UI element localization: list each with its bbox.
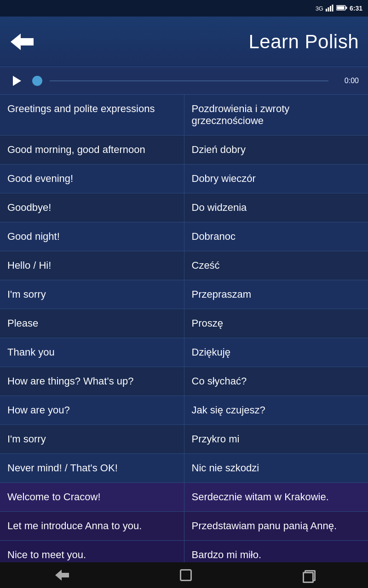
english-phrase: Thank you [0, 338, 184, 367]
table-row[interactable]: Hello / Hi!Cześć [0, 251, 368, 280]
english-phrase: I'm sorry [0, 280, 184, 309]
table-row[interactable]: I'm sorryPrzykro mi [0, 425, 368, 454]
polish-phrase: Pozdrowienia i zwroty grzecznościowe [184, 95, 368, 136]
play-button[interactable] [9, 73, 25, 89]
polish-phrase: Dobranoc [184, 222, 368, 251]
progress-handle[interactable] [32, 76, 42, 86]
status-bar: 3G 6:31 [0, 0, 368, 17]
svg-rect-1 [328, 7, 329, 11]
table-row[interactable]: How are things? What's up?Co słychać? [0, 367, 368, 396]
nav-back-button[interactable] [37, 565, 87, 585]
polish-phrase: Bardzo mi miło. [184, 541, 368, 563]
home-icon [180, 569, 192, 581]
polish-phrase: Jak się czujesz? [184, 396, 368, 425]
polish-phrase: Dobry wieczór [184, 164, 368, 193]
signal-bars [326, 4, 334, 13]
table-row[interactable]: I'm sorryPrzepraszam [0, 280, 368, 309]
table-row[interactable]: Goodbye!Do widzenia [0, 193, 368, 222]
translations-table: Greetings and polite expressionsPozdrowi… [0, 95, 368, 562]
english-phrase: Good evening! [0, 164, 184, 193]
english-phrase: Greetings and polite expressions [0, 95, 184, 136]
english-phrase: Let me introduce Anna to you. [0, 512, 184, 541]
audio-player: 0:00 [0, 67, 368, 95]
table-row[interactable]: Nice to meet you.Bardzo mi miło. [0, 541, 368, 563]
polish-phrase: Co słychać? [184, 367, 368, 396]
english-phrase: Good morning, good afternoon [0, 136, 184, 164]
svg-rect-2 [330, 6, 331, 11]
header: Learn Polish [0, 17, 368, 67]
english-phrase: How are things? What's up? [0, 367, 184, 396]
english-phrase: Good night! [0, 222, 184, 251]
table-row[interactable]: Greetings and polite expressionsPozdrowi… [0, 95, 368, 136]
english-phrase: I'm sorry [0, 425, 184, 454]
polish-phrase: Przepraszam [184, 280, 368, 309]
table-row[interactable]: How are you?Jak się czujesz? [0, 396, 368, 425]
polish-phrase: Przedstawiam panu panią Annę. [184, 512, 368, 541]
polish-phrase: Serdecznie witam w Krakowie. [184, 483, 368, 512]
status-time: 6:31 [350, 5, 362, 12]
english-phrase: Please [0, 309, 184, 338]
play-icon [13, 76, 21, 86]
polish-phrase: Nic nie szkodzi [184, 454, 368, 483]
battery-icon [336, 5, 347, 12]
phrase-table: Greetings and polite expressionsPozdrowi… [0, 95, 368, 562]
nav-home-button[interactable] [161, 565, 210, 585]
table-row[interactable]: PleaseProszę [0, 309, 368, 338]
svg-marker-7 [11, 34, 34, 50]
time-display: 0:00 [336, 77, 359, 85]
english-phrase: Nice to meet you. [0, 541, 184, 563]
polish-phrase: Dzień dobry [184, 136, 368, 164]
recent-apps-icon [303, 570, 313, 580]
english-phrase: Hello / Hi! [0, 251, 184, 280]
nav-bar [0, 562, 368, 588]
polish-phrase: Przykro mi [184, 425, 368, 454]
english-phrase: Goodbye! [0, 193, 184, 222]
table-row[interactable]: Welcome to Cracow!Serdecznie witam w Kra… [0, 483, 368, 512]
table-row[interactable]: Good evening!Dobry wieczór [0, 164, 368, 193]
english-phrase: How are you? [0, 396, 184, 425]
svg-rect-3 [332, 5, 333, 11]
status-icons: 3G 6:31 [316, 4, 362, 13]
svg-marker-8 [55, 570, 69, 581]
svg-rect-6 [337, 6, 344, 9]
page-title: Learn Polish [34, 31, 359, 53]
polish-phrase: Do widzenia [184, 193, 368, 222]
polish-phrase: Cześć [184, 251, 368, 280]
english-phrase: Never mind! / That's OK! [0, 454, 184, 483]
english-phrase: Welcome to Cracow! [0, 483, 184, 512]
table-row[interactable]: Let me introduce Anna to you.Przedstawia… [0, 512, 368, 541]
polish-phrase: Proszę [184, 309, 368, 338]
table-row[interactable]: Good morning, good afternoonDzień dobry [0, 136, 368, 164]
nav-recent-button[interactable] [284, 566, 331, 584]
svg-rect-5 [345, 6, 347, 9]
table-row[interactable]: Never mind! / That's OK!Nic nie szkodzi [0, 454, 368, 483]
back-button[interactable] [9, 29, 34, 54]
svg-rect-0 [326, 9, 327, 11]
signal-icon: 3G [316, 5, 323, 12]
table-row[interactable]: Good night!Dobranoc [0, 222, 368, 251]
table-row[interactable]: Thank youDziękuję [0, 338, 368, 367]
polish-phrase: Dziękuję [184, 338, 368, 367]
progress-bar[interactable] [50, 80, 328, 81]
